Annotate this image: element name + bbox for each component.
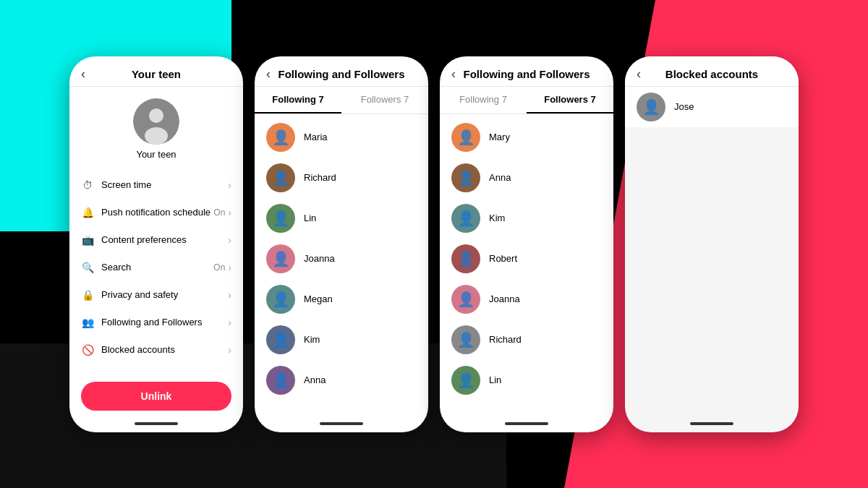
phones-container: ‹ Your teen Your teen ⏱ Screen time ›: [0, 0, 868, 488]
unlink-button[interactable]: Unlink: [81, 382, 231, 411]
avatar: 👤: [451, 244, 480, 273]
phone-blocked: ‹ Blocked accounts 👤 Jose: [625, 56, 799, 432]
list-item[interactable]: 👤 Mary: [440, 117, 613, 158]
menu-label-following: Following and Followers: [101, 317, 228, 328]
phone3-header: ‹ Following and Followers: [440, 56, 613, 87]
avatar: 👤: [266, 244, 295, 273]
list-item[interactable]: 👤 Kim: [255, 320, 428, 360]
menu-item-following[interactable]: 👥 Following and Followers ›: [69, 309, 243, 336]
list-item[interactable]: 👤 Lin: [440, 360, 613, 401]
list-item[interactable]: 👤 Joanna: [255, 239, 428, 279]
menu-item-screen-time[interactable]: ⏱ Screen time ›: [69, 171, 243, 199]
tab-followers[interactable]: Followers 7: [527, 87, 613, 114]
phone2-tabs: Following 7 Followers 7: [255, 87, 428, 114]
menu-label-blocked: Blocked accounts: [101, 344, 228, 355]
menu-list: ⏱ Screen time › 🔔 Push notification sche…: [69, 166, 243, 373]
list-item[interactable]: 👤 Richard: [440, 320, 613, 360]
blocked-list: 👤 Jose: [625, 87, 799, 127]
tab-following[interactable]: Following 7: [255, 87, 341, 114]
phone4-header: ‹ Blocked accounts: [625, 56, 799, 87]
menu-label-content-preferences: Content preferences: [101, 234, 228, 245]
avatar: 👤: [266, 163, 295, 192]
avatar: 👤: [451, 163, 480, 192]
list-item[interactable]: 👤 Anna: [255, 360, 428, 401]
user-name: Mary: [489, 132, 510, 142]
followers-list: 👤 Mary 👤 Anna 👤 Kim 👤 Robert 👤 Joanna 👤: [440, 114, 613, 432]
list-item[interactable]: 👤 Robert: [440, 239, 613, 279]
chevron-icon: ›: [228, 207, 231, 218]
menu-label-screen-time: Screen time: [101, 179, 228, 190]
phone3-tabs: Following 7 Followers 7: [440, 87, 613, 114]
user-name: Maria: [304, 132, 328, 142]
avatar: 👤: [266, 285, 295, 314]
back-arrow-icon[interactable]: ‹: [637, 67, 641, 82]
phone-following: ‹ Following and Followers Following 7 Fo…: [255, 56, 428, 432]
avatar: 👤: [451, 204, 480, 233]
list-item[interactable]: 👤 Jose: [625, 87, 799, 127]
menu-label-privacy: Privacy and safety: [101, 289, 228, 300]
bell-icon: 🔔: [81, 206, 94, 219]
search-icon: 🔍: [81, 261, 94, 274]
user-name: Anna: [304, 374, 326, 385]
block-icon: 🚫: [81, 343, 94, 356]
phone1-header: ‹ Your teen: [69, 56, 243, 87]
user-name: Megan: [304, 294, 333, 304]
menu-label-search: Search: [101, 262, 213, 273]
avatar: 👤: [451, 123, 480, 152]
users-icon: 👥: [81, 316, 94, 329]
user-name: Jose: [674, 101, 694, 112]
phone-your-teen: ‹ Your teen Your teen ⏱ Screen time ›: [69, 56, 243, 432]
user-name: Richard: [489, 334, 522, 345]
chevron-icon: ›: [228, 179, 231, 191]
clock-icon: ⏱: [81, 179, 94, 192]
back-arrow-icon[interactable]: ‹: [81, 67, 85, 82]
tab-followers[interactable]: Followers 7: [341, 87, 428, 114]
menu-label-push-notification: Push notification schedule: [101, 207, 213, 218]
user-name: Joanna: [489, 294, 520, 304]
user-name: Richard: [304, 172, 336, 183]
menu-item-push-notification[interactable]: 🔔 Push notification schedule On ›: [69, 199, 243, 226]
chevron-icon: ›: [228, 344, 231, 356]
back-arrow-icon[interactable]: ‹: [266, 67, 271, 82]
menu-item-search[interactable]: 🔍 Search On ›: [69, 254, 243, 281]
lock-icon: 🔒: [81, 288, 94, 301]
tv-icon: 📺: [81, 234, 94, 247]
avatar: 👤: [451, 285, 480, 314]
list-item[interactable]: 👤 Anna: [440, 158, 613, 198]
push-notification-value: On: [213, 207, 225, 218]
user-name: Robert: [489, 253, 517, 264]
phone-followers: ‹ Following and Followers Following 7 Fo…: [440, 56, 613, 432]
menu-item-content-preferences[interactable]: 📺 Content preferences ›: [69, 226, 243, 254]
chevron-icon: ›: [228, 234, 231, 246]
chevron-icon: ›: [228, 262, 231, 273]
chevron-icon: ›: [228, 289, 231, 301]
avatar: 👤: [266, 366, 295, 395]
avatar: 👤: [637, 93, 665, 121]
user-name: Lin: [304, 213, 316, 223]
avatar: 👤: [451, 366, 480, 395]
svg-point-2: [145, 127, 168, 145]
user-name: Lin: [489, 374, 501, 385]
avatar: 👤: [451, 325, 480, 354]
avatar: [133, 98, 179, 145]
menu-item-privacy[interactable]: 🔒 Privacy and safety ›: [69, 281, 243, 309]
tab-following[interactable]: Following 7: [440, 87, 527, 114]
user-name: Joanna: [304, 253, 335, 264]
avatar: 👤: [266, 123, 295, 152]
back-arrow-icon[interactable]: ‹: [451, 67, 456, 82]
list-item[interactable]: 👤 Richard: [255, 158, 428, 198]
search-value: On: [213, 262, 225, 273]
list-item[interactable]: 👤 Joanna: [440, 279, 613, 320]
svg-point-1: [149, 108, 163, 123]
teen-avatar-section: Your teen: [69, 87, 243, 166]
teen-name-label: Your teen: [136, 149, 176, 160]
list-item[interactable]: 👤 Megan: [255, 279, 428, 320]
list-item[interactable]: 👤 Kim: [440, 198, 613, 239]
list-item[interactable]: 👤 Maria: [255, 117, 428, 158]
phone4-title: Blocked accounts: [665, 68, 758, 80]
chevron-icon: ›: [228, 317, 231, 328]
phone2-title: Following and Followers: [278, 68, 405, 80]
menu-item-blocked[interactable]: 🚫 Blocked accounts ›: [69, 336, 243, 364]
list-item[interactable]: 👤 Lin: [255, 198, 428, 239]
user-name: Kim: [304, 334, 320, 345]
